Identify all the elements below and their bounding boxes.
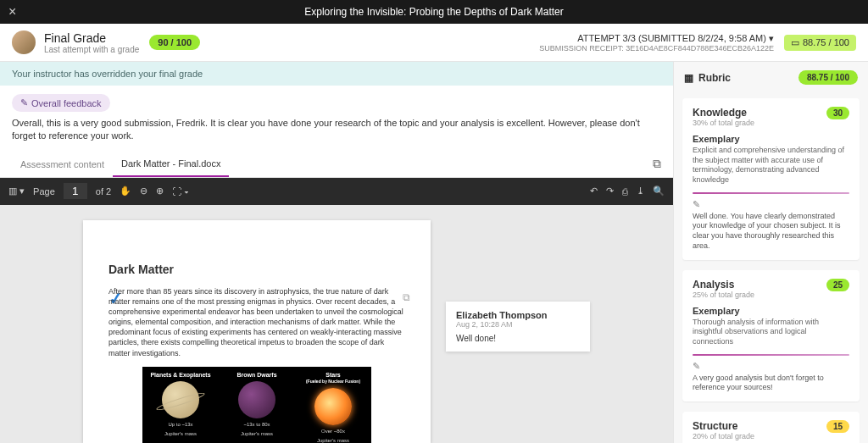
undo-icon[interactable]: ↶	[590, 186, 598, 197]
attempt-score-pill: ▭ 88.75 / 100	[784, 35, 856, 51]
override-banner: Your instructor has overridden your fina…	[0, 62, 673, 86]
page-total: of 2	[96, 186, 111, 197]
avatar[interactable]	[12, 30, 36, 54]
criterion-bar	[693, 354, 849, 356]
pan-icon[interactable]: ✋	[120, 186, 131, 197]
page-title: Exploring the Invisible: Probing the Dep…	[0, 6, 868, 18]
download-icon[interactable]: ⤓	[637, 186, 644, 197]
doc-title: Dark Matter	[108, 263, 405, 276]
redo-icon[interactable]: ↷	[606, 186, 614, 197]
document-toolbar: ▥ ▾ Page of 2 ✋ ⊖ ⊕ ⛶ ▾ ↶ ↷ ⎙ ⤓ 🔍	[0, 178, 673, 205]
header: Final Grade Last attempt with a grade 90…	[0, 24, 868, 62]
sidebar-toggle-icon[interactable]: ▥ ▾	[8, 186, 25, 197]
doc-paragraph: After more than 85 years since its disco…	[108, 286, 405, 358]
feedback-icon: ✎	[20, 97, 28, 108]
comment-date: Aug 2, 10:28 AM	[456, 320, 580, 329]
note-icon: ✎	[693, 361, 849, 372]
comment-body: Well done!	[456, 334, 580, 343]
rubric-title: Rubric	[698, 72, 731, 84]
rubric-panel: ▦ Rubric 88.75 / 100 Knowledge 30% of to…	[673, 62, 868, 443]
page-label: Page	[33, 186, 55, 197]
tab-file[interactable]: Dark Matter - Final.docx	[113, 152, 229, 177]
star-icon	[314, 388, 352, 425]
document-viewport[interactable]: ✓ ⧉ Dark Matter After more than 85 years…	[0, 205, 673, 443]
popout-icon[interactable]: ⧉	[653, 157, 661, 171]
tab-assessment-content[interactable]: Assessment content	[12, 152, 113, 176]
comment-card[interactable]: Elizabeth Thompson Aug 2, 10:28 AM Well …	[446, 302, 590, 352]
grade-heading: Final Grade	[44, 31, 139, 45]
criterion-score-pill: 15	[826, 420, 849, 433]
zoom-in-icon[interactable]: ⊕	[156, 186, 164, 197]
final-grade-pill: 90 / 100	[149, 35, 200, 50]
criterion-score-pill: 25	[826, 279, 849, 291]
print-icon[interactable]: ⎙	[622, 186, 628, 197]
rubric-criterion[interactable]: Knowledge 30% of total grade 30 Exemplar…	[682, 98, 860, 260]
overall-feedback-chip[interactable]: ✎ Overall feedback	[12, 94, 110, 112]
criterion-score-pill: 30	[826, 107, 849, 119]
rubric-criterion[interactable]: Structure 20% of total grade 15 Proficie…	[682, 412, 860, 443]
rubric-total-pill: 88.75 / 100	[798, 70, 858, 85]
rubric-icon: ▦	[684, 72, 693, 84]
document-page: ✓ ⧉ Dark Matter After more than 85 years…	[83, 220, 431, 443]
grade-icon: ▭	[791, 37, 799, 48]
planet-icon	[162, 381, 199, 418]
grade-subtitle: Last attempt with a grade	[44, 45, 139, 54]
comment-author: Elizabeth Thompson	[456, 310, 580, 320]
page-input[interactable]	[64, 183, 87, 199]
rubric-criterion[interactable]: Analysis 25% of total grade 25 Exemplary…	[682, 270, 860, 401]
titlebar: × Exploring the Invisible: Probing the D…	[0, 0, 868, 24]
zoom-out-icon[interactable]: ⊖	[140, 186, 147, 197]
doc-figure: Planets & Exoplanets Up to ~13x Jupiter'…	[142, 367, 371, 443]
note-icon: ✎	[693, 199, 849, 210]
dwarf-icon	[238, 381, 275, 418]
close-icon[interactable]: ×	[8, 4, 16, 19]
fit-icon[interactable]: ⛶ ▾	[172, 186, 189, 197]
criterion-bar	[693, 192, 849, 194]
attempt-selector[interactable]: ATTEMPT 3/3 (SUBMITTED 8/2/24, 9:58 AM) …	[539, 33, 774, 44]
feedback-text: Overall, this is a very good submission,…	[0, 117, 673, 152]
submission-receipt: SUBMISSION RECEIPT: 3E16D4AE8CF844D788E3…	[539, 44, 774, 53]
tab-bar: Assessment content Dark Matter - Final.d…	[0, 152, 673, 178]
search-icon[interactable]: 🔍	[653, 186, 665, 197]
